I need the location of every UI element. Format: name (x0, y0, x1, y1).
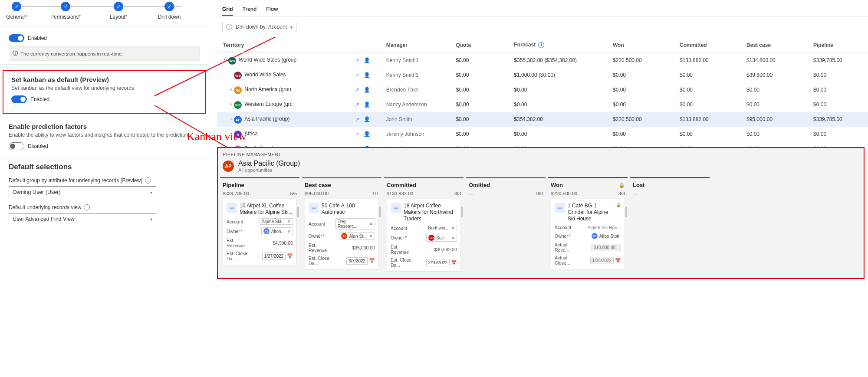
card-type-icon: ▭ (555, 203, 565, 213)
info-icon[interactable]: i (145, 177, 151, 184)
tab-grid[interactable]: Grid (222, 3, 233, 16)
share-icon: ↗ (354, 131, 360, 138)
default-view-label: Default underlying records view i (9, 204, 200, 210)
table-row[interactable]: ›NANorth America (grou ↗👤 Brenden Thiel … (217, 82, 868, 97)
card-type-icon: ▭ (309, 203, 319, 213)
wizard-step-general[interactable]: ✓ General* (1, 2, 32, 20)
row-actions[interactable]: ↗👤 (354, 72, 371, 79)
share-icon: ↗ (354, 101, 360, 108)
account-chip[interactable]: Alpine Ski...✕ (260, 218, 293, 225)
date-input[interactable]: 2/10/2022 (426, 259, 450, 266)
kanban-title: Set kanban as default (Preview) (11, 76, 197, 83)
user-icon: 👤 (363, 72, 371, 79)
info-icon: ⓘ (13, 50, 18, 57)
tab-flow[interactable]: Flow (266, 3, 278, 16)
user-icon: 👤 (363, 131, 371, 138)
scrollbar[interactable] (297, 207, 299, 217)
tab-trend[interactable]: Trend (243, 3, 257, 16)
kanban-column: Omitted ---0/0 (466, 177, 546, 275)
row-actions[interactable]: ↗👤 (354, 57, 371, 64)
calendar-icon: 📅 (369, 258, 375, 263)
kanban-column: Committed $133,882.003/3 ▭18 Airpot Coff… (384, 177, 464, 275)
lock-icon: 🔒 (618, 182, 625, 188)
share-icon: ↗ (354, 86, 360, 93)
default-selections-title: Default selections (9, 163, 200, 171)
drill-down-selector[interactable]: ↓ Drill down by: Account ▾ (222, 22, 296, 32)
table-row[interactable]: AAfrica ↗👤 Jeremy Johnson $0.00$0.00$0.0… (217, 127, 868, 141)
info-icon[interactable]: i (538, 42, 544, 48)
user-icon: 👤 (363, 86, 371, 93)
kanban-column: Best case $95,000.001/1 ▭50 Café A-100 A… (302, 177, 381, 275)
check-icon: ✓ (61, 2, 70, 11)
share-icon: ↗ (354, 57, 360, 64)
kanban-card[interactable]: ▭18 Airpot Coffee Makers for Northwind T… (387, 199, 461, 272)
toggle-label: Enabled (28, 35, 47, 41)
table-row[interactable]: ›APAsia Pacific (group) ↗👤 John Smith $0… (217, 112, 868, 127)
kanban-card[interactable]: ▭1 Café BG-1 Grinder for Alpine Ski Hous… (551, 199, 625, 269)
revenue-input: $10,000.00 (592, 244, 621, 251)
prediction-title: Enable prediction factors (9, 123, 200, 130)
date-input[interactable]: 1/27/2022 (262, 252, 286, 260)
row-actions[interactable]: ↗👤 (354, 86, 371, 93)
wizard-step-layout[interactable]: ✓ Layout* (103, 2, 134, 20)
default-groupby-select[interactable]: Owning User (User)▾ (9, 186, 156, 198)
forecast-grid: Territory Manager Quota Forecasti Won Co… (217, 37, 868, 156)
scrollbar[interactable] (625, 207, 627, 217)
chevron-down-icon: ▾ (290, 25, 293, 30)
default-view-select[interactable]: User Advanced Find View▾ (9, 213, 156, 225)
share-icon: ↗ (354, 72, 360, 79)
calendar-icon: 📅 (287, 253, 293, 259)
forecast-tabs: Grid Trend Flow (217, 0, 868, 16)
row-actions[interactable]: ↗👤 (354, 101, 371, 108)
prediction-toggle[interactable]: Disabled (9, 142, 200, 150)
kanban-column: Won🔒 $220,500.003/3 ▭1 Café BG-1 Grinder… (548, 177, 628, 275)
check-icon: ✓ (12, 2, 21, 11)
table-row[interactable]: WSWorld Wide Sales ↗👤 Kenny Smith1 $0.00… (217, 68, 868, 82)
check-icon: ✓ (114, 2, 123, 11)
owner-chip: ASAlton Stott (590, 233, 621, 239)
drill-icon: ↓ (226, 24, 232, 30)
wizard-step-permissions[interactable]: ✓ Permissions* (50, 2, 81, 20)
date-input: 1/26/2022 (590, 257, 614, 264)
chevron-down-icon: ▾ (150, 190, 152, 195)
default-groupby-label: Default group by attribute for underlyin… (9, 177, 200, 184)
scrollbar[interactable] (461, 207, 463, 217)
kanban-view-highlight: PIPELINE MANAGEMENT AP Asia Pacific (Gro… (217, 147, 865, 279)
kanban-column: Pipeline $339,785.005/5 ▭10 Airpot XL Co… (220, 177, 299, 275)
owner-chip[interactable]: SNSue ...✕ (426, 234, 457, 242)
wizard-step-drilldown[interactable]: ✓ Drill down (154, 2, 184, 20)
row-actions[interactable]: ↗👤 (354, 131, 371, 138)
kanban-setting-highlight: Set kanban as default (Preview) Set kanb… (3, 70, 206, 114)
owner-chip[interactable]: ASAlton...✕ (261, 227, 293, 235)
kanban-card[interactable]: ▭50 Café A-100 Automatic AccountTrey Res… (305, 199, 379, 270)
group-avatar: AP (223, 161, 234, 172)
kanban-card[interactable]: ▭10 Airpot XL Coffee Makers for Alpine S… (223, 199, 297, 265)
kanban-column: Lost --- (630, 177, 710, 275)
user-icon: 👤 (363, 116, 371, 123)
account-chip[interactable]: Trey Researc...✕ (335, 218, 375, 229)
card-type-icon: ▭ (391, 203, 401, 213)
check-icon: ✓ (164, 2, 174, 11)
user-icon: 👤 (363, 101, 371, 108)
calendar-icon: 📅 (451, 260, 457, 265)
card-type-icon: ▭ (227, 203, 237, 213)
info-icon[interactable]: i (84, 204, 90, 210)
kanban-panel-label: PIPELINE MANAGEMENT (218, 148, 863, 160)
scrollbar[interactable] (379, 207, 381, 217)
table-row[interactable]: ∨WSWorld Wide Sales (group ↗👤 Kenny Smit… (217, 53, 868, 68)
account-chip[interactable]: Northwin...✕ (426, 225, 457, 231)
date-input[interactable]: 3/7/2022 (346, 257, 368, 265)
chevron-down-icon: ▾ (150, 217, 152, 222)
wizard-steps: ✓ General* ✓ Permissions* ✓ Layout* ✓ Dr… (0, 0, 208, 26)
kanban-group-name: Asia Pacific (Group) (238, 160, 300, 167)
currency-info-bar: ⓘ The currency conversion happens in rea… (9, 46, 200, 61)
table-row[interactable]: ›WEWestern Europe (grc ↗👤 Nancy Andersso… (217, 97, 868, 112)
calendar-icon: 📅 (615, 258, 621, 263)
row-actions[interactable]: ↗👤 (354, 116, 371, 123)
kanban-toggle[interactable]: Enabled (11, 95, 197, 103)
share-icon: ↗ (354, 116, 360, 123)
owner-chip[interactable]: ASAlan St...✕ (339, 232, 375, 240)
user-icon: 👤 (363, 57, 371, 64)
lock-icon: 🔒 (616, 203, 621, 208)
currency-toggle[interactable]: Enabled (9, 34, 200, 42)
